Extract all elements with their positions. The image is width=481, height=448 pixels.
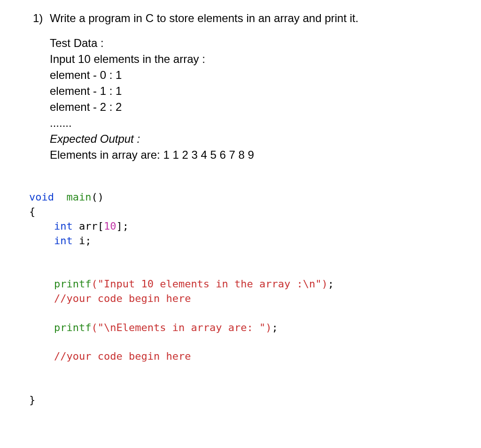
test-data-label: Test Data : <box>50 35 462 51</box>
expected-output-label: Expected Output : <box>50 131 462 147</box>
code-block: void main() { int arr[10]; int i; printf… <box>29 190 462 407</box>
question-header: 1) Write a program in C to store element… <box>33 10 462 27</box>
expected-output-value: Elements in array are: 1 1 2 3 4 5 6 7 8… <box>50 147 462 163</box>
code-comment-1: //your code begin here <box>29 293 191 304</box>
test-input-line: Input 10 elements in the array : <box>50 51 462 67</box>
question-number: 1) <box>33 10 50 27</box>
test-data-block: Test Data : Input 10 elements in the arr… <box>50 35 462 163</box>
test-element-1: element - 1 : 1 <box>50 83 462 99</box>
code-comment-2: //your code begin here <box>29 350 191 362</box>
test-element-2: element - 2 : 2 <box>50 99 462 115</box>
code-void: void <box>29 191 54 203</box>
document-page: 1) Write a program in C to store element… <box>0 0 481 426</box>
code-parens: () <box>91 191 104 203</box>
code-semi-1: ; <box>328 278 334 290</box>
code-main: main <box>54 191 91 203</box>
code-string-1: ("Input 10 elements in the array :\n") <box>91 278 327 290</box>
code-arr: arr[ <box>73 220 104 232</box>
code-printf-2: printf <box>29 322 91 333</box>
code-semi-2: ; <box>272 322 278 333</box>
code-i: i; <box>73 235 92 247</box>
question-title: Write a program in C to store elements i… <box>50 10 462 27</box>
code-int-1: int <box>29 220 73 232</box>
code-brace-open: { <box>29 206 35 217</box>
code-brace-close: } <box>29 394 35 406</box>
code-arr-end: ]; <box>116 220 129 232</box>
code-int-2: int <box>29 235 73 247</box>
test-element-0: element - 0 : 1 <box>50 67 462 83</box>
code-num-10: 10 <box>104 220 116 232</box>
test-ellipsis: ....... <box>50 115 462 131</box>
code-printf-1: printf <box>29 278 91 290</box>
code-string-2: ("\nElements in array are: ") <box>91 322 272 333</box>
